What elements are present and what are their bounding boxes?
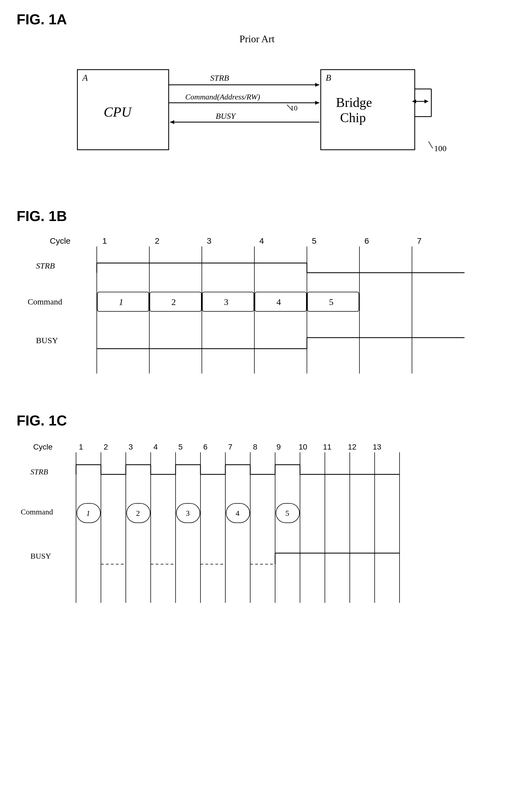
c-busy-label: BUSY (30, 552, 51, 560)
command-label: Command(Address/RW) (185, 92, 260, 101)
svg-rect-1 (321, 69, 415, 150)
cycle-header-c: Cycle (33, 443, 53, 451)
c-cmd-5: 5 (285, 509, 289, 518)
c-cycle-1: 1 (79, 443, 83, 451)
busy-signal-label: BUSY (36, 336, 58, 345)
c-cycle-12: 12 (348, 443, 356, 451)
c-cycle-3: 3 (129, 443, 133, 451)
strb-label: STRB (210, 73, 229, 82)
c-cmd-4: 4 (236, 509, 239, 518)
cmd-val-1: 1 (119, 297, 123, 307)
arrow-right-head (425, 99, 429, 103)
cmd-val-5: 5 (329, 297, 333, 307)
fig1b-section: FIG. 1B Cycle 1 2 3 4 5 6 7 STRB Command (17, 208, 497, 385)
c-cycle-11: 11 (323, 443, 331, 451)
c-cmd-1: 1 (86, 509, 90, 518)
bus-width-label: 10 (290, 104, 298, 112)
c-cycle-13: 13 (373, 443, 381, 451)
cmd-val-3: 3 (224, 297, 228, 307)
cmd-val-4: 4 (276, 297, 281, 307)
cycle-7: 7 (417, 236, 422, 245)
prior-art-label: Prior Art (17, 33, 497, 45)
cycle-4: 4 (259, 236, 264, 245)
cmd-val-2: 2 (171, 297, 176, 307)
c-strb-label: STRB (30, 467, 48, 476)
c-cycle-6: 6 (203, 443, 208, 451)
command-signal-label: Command (28, 297, 62, 306)
c-cycle-8: 8 (253, 443, 258, 451)
strb-arrow-head (315, 83, 319, 87)
ref-100: 100 (434, 144, 447, 153)
c-command-label: Command (21, 508, 53, 516)
fig1c-diagram: Cycle 1 2 3 4 5 6 7 8 9 10 11 12 13 STRB (17, 434, 501, 614)
svg-line-6 (429, 141, 433, 148)
fig1a-diagram: A CPU B Bridge Chip 100 STRB Command(Add… (50, 48, 464, 186)
cpu-text: CPU (104, 104, 132, 120)
c-cycle-5: 5 (178, 443, 183, 451)
fig1c-section: FIG. 1C Cycle 1 2 3 4 5 6 7 8 9 10 11 12… (17, 412, 497, 614)
cycle-2: 2 (155, 236, 160, 245)
bridge-text-2: Chip (340, 110, 366, 125)
bridge-text-1: Bridge (336, 95, 372, 110)
strb-signal-label: STRB (36, 261, 55, 270)
cycle-header: Cycle (50, 236, 71, 245)
fig1b-diagram: Cycle 1 2 3 4 5 6 7 STRB Command 1 2 (22, 230, 492, 385)
bridge-corner-label: B (326, 72, 331, 83)
cycle-5: 5 (312, 236, 317, 245)
busy-label: BUSY (216, 111, 236, 120)
c-cycle-10: 10 (299, 443, 307, 451)
fig1a-section: FIG. 1A Prior Art A CPU B Bridge Chip 10… (17, 11, 497, 186)
c-cmd-3: 3 (186, 509, 190, 518)
fig1a-label: FIG. 1A (17, 11, 497, 28)
c-cycle-2: 2 (104, 443, 108, 451)
fig1c-label: FIG. 1C (17, 412, 497, 429)
cpu-corner-label: A (82, 72, 88, 83)
command-arrow-head (315, 101, 319, 105)
cycle-1: 1 (102, 236, 107, 245)
c-cycle-7: 7 (228, 443, 233, 451)
c-cmd-2: 2 (136, 509, 140, 518)
cycle-6: 6 (364, 236, 369, 245)
c-cycle-4: 4 (154, 443, 158, 451)
cycle-3: 3 (207, 236, 212, 245)
fig1b-label: FIG. 1B (17, 208, 497, 224)
c-cycle-9: 9 (276, 443, 281, 451)
busy-arrow-head (170, 120, 174, 124)
